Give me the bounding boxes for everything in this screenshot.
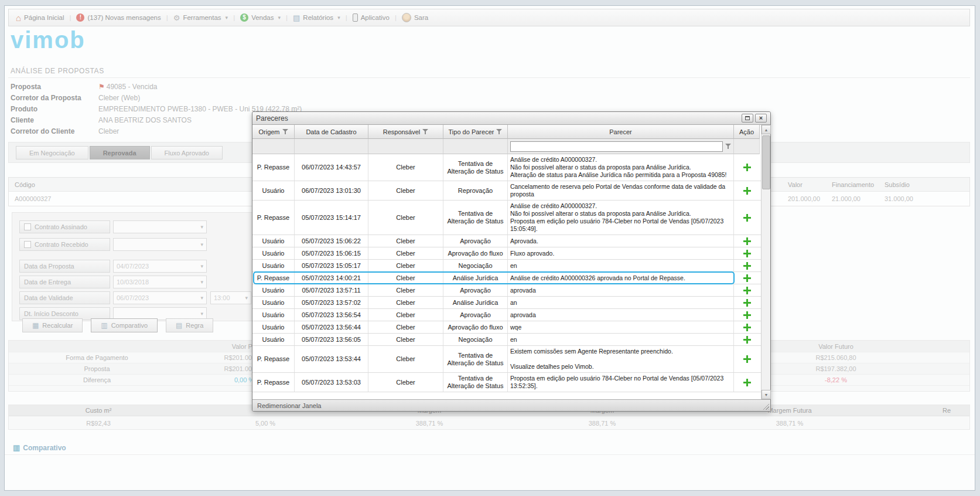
column-header-data-de-cadastro[interactable]: Data de Cadastro [295,125,368,139]
compare-icon: ▥ [101,321,107,329]
parecer-row[interactable]: Usuário05/07/2023 15:06:15CleberAprovaçã… [252,247,761,260]
scroll-down-button[interactable]: ▼ [762,390,771,399]
filter-icon[interactable] [496,129,502,134]
parecer-row[interactable]: Usuário05/07/2023 13:56:05CleberNegociaç… [252,334,761,346]
add-parecer-icon[interactable] [743,336,751,344]
parecer-row[interactable]: Usuário05/07/2023 15:06:22CleberAprovaçã… [252,235,761,247]
vertical-scrollbar[interactable]: ▲ ▼ [761,125,770,399]
button-label: Regra [186,322,203,329]
column-header-parecer[interactable]: Parecer [508,125,734,139]
grid-cell-valor[interactable]: 201.000,00 [788,195,832,202]
cell-parecer: aprovada [508,284,734,296]
column-header-tipo-do-parecer[interactable]: Tipo do Parecer [443,125,508,139]
field-value: Cleber [98,127,119,135]
date-label-text: Data da Proposta [24,263,74,270]
parecer-filter-input[interactable] [510,141,723,152]
date-field-data-de-validade[interactable]: 06/07/2023▾ [113,291,207,304]
checkbox-contrato-assinado[interactable] [24,223,31,230]
time-field[interactable]: 13:00▾ [210,291,251,304]
add-parecer-icon[interactable] [743,299,751,307]
add-parecer-icon[interactable] [743,311,751,319]
button-recalcular[interactable]: ▦Recalcular [22,318,83,332]
cell-acao [734,346,760,372]
parecer-row[interactable]: Usuário05/07/2023 13:56:54CleberAprovaçã… [252,309,761,321]
add-parecer-icon[interactable] [743,187,751,195]
topbar-separator: | [69,14,71,21]
status-tab-fluxo-aprovado[interactable]: Fluxo Aprovado [151,146,223,159]
grid-cell-subsidio[interactable]: 31.000,00 [885,195,967,202]
add-parecer-icon[interactable] [743,274,751,282]
filter-cell-origem [252,139,295,154]
parecer-row[interactable]: P. Repasse05/07/2023 13:53:03CleberTenta… [252,373,761,392]
cell-data-cadastro: 05/07/2023 15:06:22 [295,235,368,247]
scrollbar-thumb[interactable] [762,135,770,189]
parecer-row[interactable]: Usuário05/07/2023 13:57:11CleberAprovaçã… [252,284,761,297]
select-contrato-recebido[interactable]: ▾ [113,238,207,251]
cell-acao [734,154,760,181]
parecer-row[interactable]: P. Repasse05/07/2023 14:00:21CleberAnáli… [252,272,761,284]
maximize-button[interactable] [742,114,753,123]
filter-icon[interactable] [725,144,731,149]
add-parecer-icon[interactable] [743,324,751,331]
cell-parecer: Proposta em edição pelo usuário 784-Cleb… [508,373,734,392]
column-header-acao[interactable]: Ação [734,125,760,139]
filter-icon[interactable] [282,129,288,134]
date-field-data-da-proposta[interactable]: 04/07/2023▾ [113,260,207,273]
grid-cell-financiamento[interactable]: 21.000,00 [832,195,885,202]
topbar-item-ferramentas[interactable]: ⚙Ferramentas▾ [173,14,228,22]
modal-titlebar[interactable]: Pareceres × [252,112,770,125]
table-header-row: OrigemData de CadastroResponsávelTipo do… [252,125,770,139]
parecer-row[interactable]: Usuário05/07/2023 13:57:02CleberAnálise … [252,297,761,309]
topbar-item-messages[interactable]: !(137) Novas mensagens [76,13,161,22]
cell-acao [734,260,760,271]
filter-icon[interactable] [422,129,428,134]
cell-responsavel: Cleber [368,321,443,333]
column-header-label: Ação [739,128,754,135]
add-parecer-icon[interactable] [743,250,751,257]
column-header-responsavel[interactable]: Responsável [368,125,443,139]
add-parecer-icon[interactable] [743,287,751,294]
field-label: Corretor do Cliente [11,127,98,135]
button-comparativo[interactable]: ▥Comparativo [91,318,158,332]
date-label: Data de Entrega [19,276,110,288]
parecer-row[interactable]: P. Repasse06/07/2023 14:43:57CleberTenta… [252,154,761,181]
cell-acao [734,272,760,284]
comparativo-link[interactable]: ▥ Comparativo [13,443,66,452]
chevron-down-icon: ▾ [200,263,203,269]
grid-header-valor: Valor [788,181,832,188]
select-contrato-assinado[interactable]: ▾ [113,220,207,233]
cell-responsavel: Cleber [368,181,443,200]
parecer-row[interactable]: Usuário06/07/2023 13:01:30CleberReprovaç… [252,181,761,201]
cell-acao [734,321,760,333]
column-header-label: Responsável [383,128,421,135]
status-tab-em-negociacao[interactable]: Em Negociação [16,146,88,159]
topbar-item-vendas[interactable]: $Vendas▾ [240,13,281,22]
scroll-up-button[interactable]: ▲ [762,125,771,134]
button-regra[interactable]: ▤Regra [166,318,213,332]
add-parecer-icon[interactable] [743,355,751,363]
status-tab-reprovada[interactable]: Reprovada [90,146,150,159]
checkbox-contrato-recebido[interactable] [24,241,31,248]
add-parecer-icon[interactable] [743,379,751,386]
add-parecer-icon[interactable] [743,237,751,245]
add-parecer-icon[interactable] [743,214,751,222]
resize-grip[interactable] [762,402,769,410]
column-header-origem[interactable]: Origem [252,125,295,139]
close-button[interactable]: × [755,114,767,123]
topbar-item-home[interactable]: ⌂Página Inicial [16,13,64,22]
add-parecer-icon[interactable] [743,164,751,171]
cell-responsavel: Cleber [368,235,443,247]
date-field-data-de-entrega[interactable]: 10/03/2018▾ [113,276,207,288]
add-parecer-icon[interactable] [743,262,751,270]
parecer-row[interactable]: Usuário05/07/2023 15:05:17CleberNegociaç… [252,260,761,272]
phone-icon [353,13,358,22]
status-tabs: Em NegociaçãoReprovadaFluxo Aprovado [16,146,223,159]
chevron-down-icon: ▾ [245,295,248,301]
parecer-row[interactable]: P. Repasse05/07/2023 13:53:44CleberTenta… [252,346,761,373]
grid-cell-codigo[interactable]: A000000327 [9,195,51,202]
parecer-row[interactable]: Usuário05/07/2023 13:56:44CleberAprovaçã… [252,321,761,334]
topbar-item-user[interactable]: Sara [402,13,428,22]
topbar-item-relatorios[interactable]: ▤Relatórios▾ [293,14,340,22]
topbar-item-aplicativo[interactable]: Aplicativo [353,13,390,22]
parecer-row[interactable]: P. Repasse05/07/2023 15:14:17CleberTenta… [252,201,761,235]
